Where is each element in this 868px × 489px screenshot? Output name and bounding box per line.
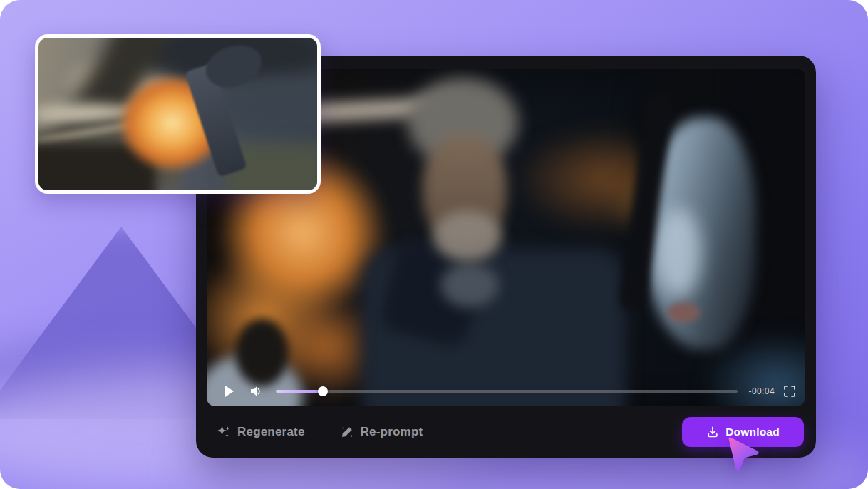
video-art-woman [730, 69, 805, 406]
playback-controls: -00:04 [224, 384, 795, 399]
thumb-art-clouds [213, 77, 321, 138]
video-art-man [408, 78, 518, 167]
video-art-shape [697, 163, 763, 295]
magic-pen-icon [340, 425, 354, 439]
video-art-man [440, 263, 499, 307]
thumb-art-tower [185, 63, 247, 177]
fullscreen-icon[interactable] [784, 386, 795, 397]
video-art-fire [207, 251, 339, 386]
progress-thumb[interactable] [318, 386, 328, 396]
cursor-pointer-icon [724, 436, 763, 478]
video-art-woman [667, 303, 700, 322]
video-art-man [433, 210, 502, 262]
regenerate-button[interactable]: Regenerate [212, 424, 309, 440]
reprompt-button[interactable]: Re-prompt [336, 424, 428, 440]
video-art-shape [513, 126, 698, 233]
progress-fill [276, 390, 323, 393]
video-art-man [362, 249, 626, 406]
source-frame-thumbnail[interactable] [35, 34, 321, 194]
action-bar: Regenerate Re-prompt Download [196, 406, 816, 458]
video-art-woman [618, 90, 676, 312]
video-art-man [378, 234, 489, 350]
thumb-art-smoke [35, 34, 174, 194]
thumb-art-explosion [117, 73, 227, 173]
remaining-time: -00:04 [749, 386, 775, 396]
progress-bar[interactable] [276, 390, 738, 393]
thumb-art-tower [200, 38, 267, 94]
result-card: -00:04 Regenerate [0, 0, 868, 489]
thumb-art-runway [35, 120, 141, 145]
sparkles-icon [217, 425, 231, 439]
thumb-art-sunlight [60, 48, 195, 116]
video-art-woman [647, 118, 755, 349]
thumb-art-ground [225, 143, 321, 194]
play-icon[interactable] [224, 386, 234, 397]
regenerate-label: Regenerate [237, 425, 305, 439]
volume-icon[interactable] [249, 386, 262, 397]
download-icon [706, 426, 719, 438]
video-art-person [235, 319, 289, 386]
thumb-art-clouds [131, 34, 321, 86]
thumb-art-ground [35, 112, 182, 194]
reprompt-label: Re-prompt [361, 425, 423, 439]
thumb-art-horizon [35, 103, 138, 125]
video-art-woman [657, 208, 701, 297]
video-art-woman [631, 69, 805, 190]
video-art-shape [606, 169, 713, 237]
thumb-art-rubble [35, 143, 156, 194]
video-art-man [423, 135, 507, 245]
